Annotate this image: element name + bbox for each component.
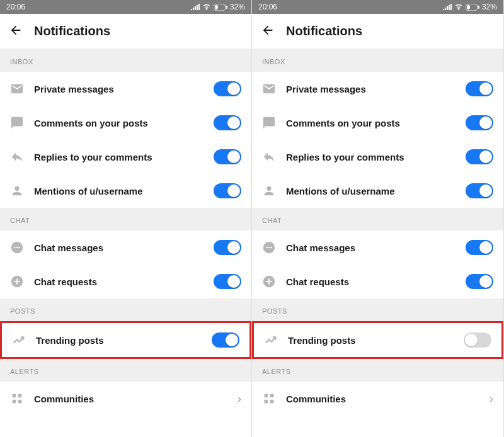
- status-time: 20:06: [6, 3, 25, 11]
- toggle-trending-posts[interactable]: [212, 332, 239, 348]
- row-label: Chat requests: [34, 276, 203, 287]
- section-posts-header: POSTS: [0, 298, 251, 321]
- signal-icon: [191, 4, 200, 10]
- toggle-replies[interactable]: [214, 149, 241, 164]
- svg-rect-22: [265, 400, 268, 404]
- status-bar: 20:06 32%: [252, 0, 503, 14]
- phone-screen-left: 20:06 32% Notifications INBOX Private me…: [0, 0, 252, 437]
- battery-icon: [466, 4, 479, 11]
- toggle-mentions[interactable]: [466, 183, 493, 198]
- svg-rect-10: [13, 400, 16, 404]
- section-inbox-header: INBOX: [0, 49, 251, 72]
- row-mentions[interactable]: Mentions of u/username: [0, 174, 251, 208]
- chevron-right-icon: ›: [238, 392, 241, 406]
- svg-point-4: [14, 247, 15, 248]
- svg-rect-13: [467, 5, 470, 9]
- svg-rect-23: [270, 400, 274, 404]
- toggle-comments[interactable]: [214, 115, 241, 130]
- plus-circle-icon: [262, 275, 276, 288]
- toggle-mentions[interactable]: [214, 183, 241, 198]
- battery-percent: 32%: [482, 3, 497, 11]
- row-label: Chat messages: [34, 242, 203, 253]
- row-chat-messages[interactable]: Chat messages: [0, 230, 251, 264]
- highlight-trending: Trending posts: [0, 321, 251, 359]
- toggle-chat-messages[interactable]: [214, 240, 241, 255]
- chevron-right-icon: ›: [490, 392, 493, 406]
- page-title: Notifications: [34, 24, 110, 38]
- status-indicators: 32%: [443, 3, 497, 11]
- phone-screen-right: 20:06 32% Notifications INBOX Private me…: [252, 0, 504, 437]
- svg-rect-14: [478, 6, 479, 9]
- row-label: Communities: [34, 394, 227, 404]
- trending-icon: [12, 333, 26, 347]
- row-label: Private messages: [286, 84, 455, 94]
- grid-icon: [262, 392, 276, 406]
- row-label: Communities: [286, 394, 479, 404]
- row-trending-posts[interactable]: Trending posts: [254, 323, 501, 357]
- plus-circle-icon: [10, 275, 24, 288]
- signal-icon: [443, 4, 452, 10]
- row-label: Mentions of u/username: [286, 186, 455, 196]
- reply-icon: [262, 150, 276, 164]
- toggle-chat-requests[interactable]: [214, 274, 241, 289]
- status-indicators: 32%: [191, 3, 245, 11]
- svg-rect-8: [13, 394, 16, 398]
- comment-icon: [262, 116, 276, 130]
- toggle-trending-posts[interactable]: [464, 332, 491, 348]
- section-inbox-header: INBOX: [252, 49, 503, 72]
- row-private-messages[interactable]: Private messages: [0, 72, 251, 106]
- svg-point-5: [16, 247, 18, 248]
- toggle-comments[interactable]: [466, 115, 493, 130]
- status-bar: 20:06 32%: [0, 0, 251, 14]
- grid-icon: [10, 392, 24, 406]
- section-chat-header: CHAT: [0, 208, 251, 230]
- toggle-private-messages[interactable]: [214, 81, 241, 96]
- section-alerts-header: ALERTS: [0, 359, 251, 382]
- person-icon: [10, 184, 24, 198]
- toggle-private-messages[interactable]: [466, 81, 493, 96]
- svg-rect-1: [215, 5, 218, 9]
- row-chat-requests[interactable]: Chat requests: [0, 264, 251, 298]
- row-private-messages[interactable]: Private messages: [252, 72, 503, 106]
- envelope-icon: [262, 82, 276, 96]
- row-label: Replies to your comments: [286, 152, 455, 162]
- row-replies[interactable]: Replies to your comments: [252, 140, 503, 174]
- status-time: 20:06: [258, 3, 277, 11]
- highlight-trending: Trending posts: [252, 321, 503, 359]
- row-comments[interactable]: Comments on your posts: [252, 106, 503, 140]
- toggle-chat-requests[interactable]: [466, 274, 493, 289]
- row-communities[interactable]: Communities ›: [252, 382, 503, 416]
- section-chat-header: CHAT: [252, 208, 503, 230]
- row-chat-requests[interactable]: Chat requests: [252, 264, 503, 298]
- battery-percent: 32%: [230, 3, 245, 11]
- toggle-replies[interactable]: [466, 149, 493, 164]
- toggle-chat-messages[interactable]: [466, 240, 493, 255]
- wifi-icon: [202, 4, 211, 10]
- svg-rect-9: [18, 394, 22, 398]
- row-communities[interactable]: Communities ›: [0, 382, 251, 416]
- back-button[interactable]: [9, 23, 23, 40]
- svg-rect-20: [265, 394, 268, 398]
- arrow-left-icon: [261, 23, 275, 37]
- row-replies[interactable]: Replies to your comments: [0, 140, 251, 174]
- app-bar: Notifications: [252, 14, 503, 49]
- section-alerts-header: ALERTS: [252, 359, 503, 382]
- row-comments[interactable]: Comments on your posts: [0, 106, 251, 140]
- section-posts-header: POSTS: [252, 298, 503, 321]
- row-label: Private messages: [34, 84, 203, 94]
- svg-rect-11: [18, 400, 22, 404]
- envelope-icon: [10, 82, 24, 96]
- battery-icon: [214, 4, 227, 11]
- row-trending-posts[interactable]: Trending posts: [2, 323, 249, 357]
- person-icon: [262, 184, 276, 198]
- reply-icon: [10, 150, 24, 164]
- chat-bubble-icon: [10, 241, 24, 254]
- row-chat-messages[interactable]: Chat messages: [252, 230, 503, 264]
- svg-point-6: [18, 247, 20, 248]
- back-button[interactable]: [261, 23, 275, 40]
- row-label: Replies to your comments: [34, 152, 203, 162]
- svg-point-16: [266, 247, 267, 248]
- trending-icon: [264, 333, 278, 347]
- row-label: Chat requests: [286, 276, 455, 287]
- row-mentions[interactable]: Mentions of u/username: [252, 174, 503, 208]
